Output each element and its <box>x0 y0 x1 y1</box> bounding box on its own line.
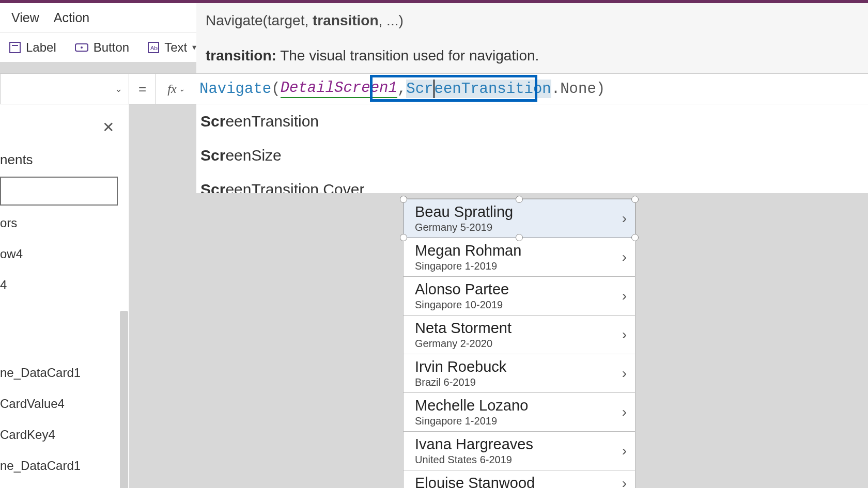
list-item[interactable]: Mechelle Lozano Singapore 1-2019 › <box>404 393 635 432</box>
list-item-title: Irvin Roebuck <box>415 358 628 375</box>
list-item-title: Alonso Partee <box>415 281 628 298</box>
tree-search-input[interactable] <box>0 177 118 206</box>
list-item[interactable]: Neta Storment Germany 2-2020 › <box>404 316 635 354</box>
tree-item[interactable]: CardKey4 <box>0 419 125 450</box>
list-item-subtitle: Brazil 6-2019 <box>415 376 628 388</box>
list-item-subtitle: Germany 5-2019 <box>415 222 628 233</box>
tree-view-panel: ✕ nents ors ow4 4 ne_DataCard1 CardValue… <box>0 104 129 488</box>
svg-point-3 <box>81 46 83 49</box>
chevron-down-icon: ⌄ <box>179 85 185 93</box>
formula-bar[interactable]: Navigate(DetailScreen1, ScreenTransition… <box>196 73 868 104</box>
insert-toolbar: Label Button Abc Text ▾ <box>0 32 196 62</box>
list-item[interactable]: Beau Spratling Germany 5-2019 › <box>404 199 635 238</box>
app-canvas: Beau Spratling Germany 5-2019 › Megan Ro… <box>129 193 868 488</box>
list-item[interactable]: Irvin Roebuck Brazil 6-2019 › <box>404 354 635 393</box>
list-item-subtitle: United States 6-2019 <box>415 454 628 466</box>
list-item-title: Elouise Stanwood <box>415 475 628 488</box>
insert-label-button[interactable]: Label <box>0 33 66 62</box>
formula-arg1: DetailScreen1 <box>281 80 397 98</box>
fx-button[interactable]: fx ⌄ <box>156 73 196 104</box>
menu-bar: View Action <box>0 3 196 32</box>
formula-close-paren: ) <box>596 81 605 98</box>
selection-handle[interactable] <box>516 196 523 203</box>
chevron-right-icon[interactable]: › <box>622 404 627 420</box>
list-item[interactable]: Alonso Partee Singapore 10-2019 › <box>404 277 635 316</box>
list-item-subtitle: Singapore 1-2019 <box>415 415 628 427</box>
tree-item[interactable]: ow4 <box>0 239 125 270</box>
signature-line: Navigate(target, transition, ...) <box>206 12 868 29</box>
chevron-right-icon[interactable]: › <box>622 326 627 343</box>
chevron-right-icon[interactable]: › <box>622 365 627 382</box>
formula-comma: , <box>397 81 406 98</box>
list-item[interactable]: Megan Rohman Singapore 1-2019 › <box>404 238 635 277</box>
list-item-title: Ivana Hargreaves <box>415 436 628 453</box>
chevron-right-icon[interactable]: › <box>622 249 627 265</box>
list-item-title: Neta Storment <box>415 320 628 337</box>
list-item-title: Megan Rohman <box>415 242 628 259</box>
list-item[interactable]: Ivana Hargreaves United States 6-2019 › <box>404 432 635 470</box>
chevron-down-icon: ⌄ <box>115 83 122 95</box>
svg-rect-1 <box>12 45 18 46</box>
chevron-right-icon[interactable]: › <box>622 210 627 227</box>
formula-enum: ScreenTransition <box>406 80 551 98</box>
formula-dot: . <box>551 81 560 98</box>
chevron-right-icon[interactable]: › <box>622 288 627 304</box>
selection-handle[interactable] <box>400 196 407 203</box>
selection-handle[interactable] <box>631 196 639 203</box>
property-selector[interactable]: ⌄ <box>0 73 129 104</box>
gallery-list: Beau Spratling Germany 5-2019 › Megan Ro… <box>403 198 636 488</box>
list-item[interactable]: Elouise Stanwood › <box>404 470 635 488</box>
list-item-title: Mechelle Lozano <box>415 397 628 414</box>
formula-member: None <box>560 81 596 98</box>
scrollbar-thumb[interactable] <box>120 311 128 488</box>
button-icon <box>75 42 88 53</box>
formula-open-paren: ( <box>271 81 280 98</box>
list-item-title: Beau Spratling <box>415 203 628 221</box>
tree-item[interactable]: ne_DataCard1 <box>0 450 125 481</box>
suggestion-item[interactable]: ScreenTransition <box>196 104 868 138</box>
autocomplete-panel: ScreenTransition ScreenSize ScreenTransi… <box>196 104 868 207</box>
parameter-description: transition: The visual transition used f… <box>206 48 868 64</box>
formula-function: Navigate <box>199 81 271 98</box>
tree-item[interactable]: CardValue4 <box>0 388 125 419</box>
insert-text-text: Text <box>164 40 187 55</box>
insert-label-text: Label <box>26 40 56 55</box>
tree-item[interactable]: ors <box>0 208 125 239</box>
tree-heading: nents <box>0 152 33 168</box>
tree-item[interactable]: 4 <box>0 270 125 301</box>
list-item-subtitle: Singapore 10-2019 <box>415 299 628 311</box>
insert-text-button[interactable]: Abc Text ▾ <box>138 33 206 62</box>
svg-rect-0 <box>10 42 20 53</box>
label-icon <box>9 42 21 53</box>
chevron-right-icon[interactable]: › <box>622 443 627 459</box>
chevron-down-icon: ▾ <box>192 42 196 52</box>
insert-button-button[interactable]: Button <box>66 33 138 62</box>
close-icon[interactable]: ✕ <box>102 119 114 136</box>
menu-view[interactable]: View <box>4 10 47 25</box>
equals-label: = <box>129 73 156 104</box>
menu-action[interactable]: Action <box>47 10 97 25</box>
suggestion-item[interactable]: ScreenSize <box>196 138 868 172</box>
insert-button-text: Button <box>94 40 129 55</box>
svg-text:Abc: Abc <box>150 45 159 51</box>
tree-item[interactable]: ne_DataCard1 <box>0 357 125 388</box>
function-signature-hint: Navigate(target, transition, ...) transi… <box>196 3 868 73</box>
list-item-subtitle: Germany 2-2020 <box>415 338 628 350</box>
list-item-subtitle: Singapore 1-2019 <box>415 260 628 272</box>
text-icon: Abc <box>148 42 159 53</box>
chevron-right-icon[interactable]: › <box>622 475 627 489</box>
